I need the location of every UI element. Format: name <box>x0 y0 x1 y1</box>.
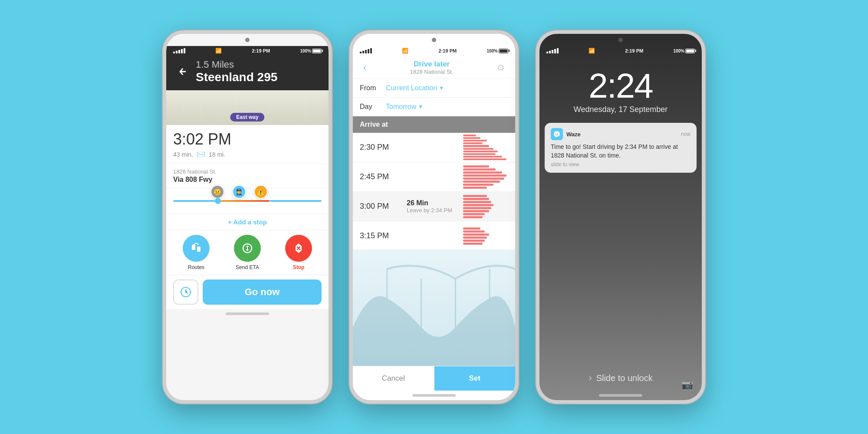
signal-icon <box>173 48 185 53</box>
notification-header: Waze now <box>551 128 690 140</box>
back-button[interactable]: ‹ <box>360 60 370 75</box>
picker-section: From Current Location ▼ Day Tomorrow ▼ <box>353 79 515 116</box>
signal-icon-2 <box>360 48 372 53</box>
incident-icon-2: 👮 <box>232 185 246 199</box>
time-row-300[interactable]: 3:00 PM 26 Min Leave by 2:34 PM <box>353 192 515 221</box>
time-list: 2:30 PM 2:45 PM <box>353 133 515 250</box>
timeline-right <box>270 200 322 202</box>
svg-rect-1 <box>197 247 201 252</box>
slide-chevron-icon: › <box>589 372 592 384</box>
lock-screen-spacer <box>539 177 702 372</box>
time-duration: 26 Min <box>407 199 452 207</box>
day-value: Tomorrow ▼ <box>386 103 423 111</box>
go-now-label: Go now <box>245 286 280 298</box>
routes-button[interactable]: Routes <box>183 235 210 270</box>
from-value: Current Location ▼ <box>386 84 444 92</box>
turn-arrow <box>173 63 191 80</box>
day-picker-row[interactable]: Day Tomorrow ▼ <box>353 98 515 116</box>
route-via: Via 808 Fwy <box>173 176 322 184</box>
time-row-315[interactable]: 3:15 PM <box>353 221 515 250</box>
routes-icon <box>183 235 210 262</box>
wifi-icon-3: 📶 <box>589 48 595 54</box>
from-picker-row[interactable]: From Current Location ▼ <box>353 79 515 98</box>
battery-percent-2: 100% <box>487 49 498 53</box>
phone1-home-bar <box>226 312 269 315</box>
phone2-bottom-buttons: Cancel Set <box>353 366 515 391</box>
lock-time-display: 2:24 <box>546 69 695 103</box>
phone1-notch <box>166 34 329 46</box>
battery-icon-2: 100% <box>487 49 508 53</box>
arrive-at-label: Arrive at <box>360 121 388 128</box>
phone2-camera <box>432 38 436 42</box>
incident-icons: 😐 👮 ⚠️ <box>210 185 268 199</box>
waze-app-icon <box>551 128 563 140</box>
go-now-button[interactable]: Go now <box>203 279 322 305</box>
battery-percent-3: 100% <box>673 49 684 53</box>
time-info-300: 26 Min Leave by 2:34 PM <box>407 199 452 214</box>
map-area[interactable]: East way <box>166 90 329 125</box>
eta-time: 3:02 PM <box>173 130 322 148</box>
notification-body: Time to go! Start driving by 2:34 PM to … <box>551 143 690 160</box>
incident-icon-3: ⚠️ <box>254 185 268 199</box>
traffic-bars-300 <box>463 192 515 221</box>
svg-rect-0 <box>192 245 195 250</box>
battery-icon: 100% <box>300 49 322 53</box>
from-label: From <box>360 84 386 92</box>
notification-slide-label: slide to view <box>551 161 690 168</box>
phone3-camera <box>618 38 623 42</box>
slide-unlock[interactable]: › Slide to unlock <box>546 372 695 384</box>
header-title-group: Drive later 1828 National St. <box>370 60 493 75</box>
phone-1: 📶 2:19 PM 100% 1.5 Miles Steenland 295 E… <box>163 30 332 404</box>
signal-icon-3 <box>546 48 559 53</box>
lock-screen: 2:24 Wednesday, 17 September Waze now Ti… <box>539 56 702 400</box>
time-row-245[interactable]: 2:45 PM <box>353 162 515 192</box>
eta-section: 3:02 PM 43 min. ✉️ 18 mi. <box>166 125 329 164</box>
timeline-dot <box>215 198 221 204</box>
cancel-button[interactable]: Cancel <box>353 366 434 391</box>
timeline-track: 😐 👮 ⚠️ <box>173 194 322 207</box>
header-title: Drive later <box>370 60 493 69</box>
timeline-left <box>173 200 218 202</box>
time-row-230[interactable]: 2:30 PM <box>353 133 515 162</box>
east-way-badge: East way <box>230 113 264 122</box>
stop-icon <box>285 235 312 262</box>
time-label-315: 3:15 PM <box>360 231 403 240</box>
notification-time: now <box>681 131 690 137</box>
eta-duration: 43 min. <box>173 151 193 158</box>
wifi-icon-2: 📶 <box>402 48 408 54</box>
phone1-status-bar: 📶 2:19 PM 100% <box>166 46 329 56</box>
time-label-300: 3:00 PM <box>360 202 403 211</box>
time-leave: Leave by 2:34 PM <box>407 207 452 214</box>
stop-label: Stop <box>293 264 305 270</box>
status-time-3: 2:19 PM <box>625 48 644 53</box>
phone3-home-bar <box>599 394 642 397</box>
phone2-status-bar: 📶 2:19 PM 100% <box>353 46 515 56</box>
traffic-bars-315 <box>463 221 515 250</box>
eta-details: 43 min. ✉️ 18 mi. <box>173 150 322 158</box>
wifi-icon: 📶 <box>215 48 222 54</box>
time-label-230: 2:30 PM <box>360 143 403 152</box>
from-chevron: ▼ <box>439 85 444 91</box>
day-chevron: ▼ <box>418 104 423 110</box>
battery-percent: 100% <box>300 49 311 53</box>
arrive-at-header: Arrive at <box>353 116 515 133</box>
set-button[interactable]: Set <box>434 366 516 391</box>
lock-date-display: Wednesday, 17 September <box>546 105 695 114</box>
send-eta-icon <box>234 235 261 262</box>
go-now-section: Go now <box>166 275 329 309</box>
lock-time-section: 2:24 Wednesday, 17 September <box>539 56 702 118</box>
svg-point-10 <box>557 134 558 135</box>
incident-icon-1: 😐 <box>210 185 224 199</box>
stop-button[interactable]: Stop <box>285 235 312 270</box>
timeline-middle <box>218 200 270 202</box>
phone1-camera <box>245 38 250 42</box>
send-eta-button[interactable]: Send ETA <box>234 235 261 270</box>
drive-later-button[interactable] <box>173 279 198 305</box>
camera-icon[interactable]: 📷 <box>681 379 693 391</box>
add-stop-button[interactable]: + Add a stop <box>166 214 329 230</box>
action-buttons: Routes Send ETA Stop <box>166 230 329 275</box>
status-time: 2:19 PM <box>252 48 270 53</box>
gear-button[interactable]: ⚙ <box>493 61 508 75</box>
waze-notification[interactable]: Waze now Time to go! Start driving by 2:… <box>545 123 697 173</box>
drive-later-header: ‹ Drive later 1828 National St. ⚙ <box>353 56 515 79</box>
